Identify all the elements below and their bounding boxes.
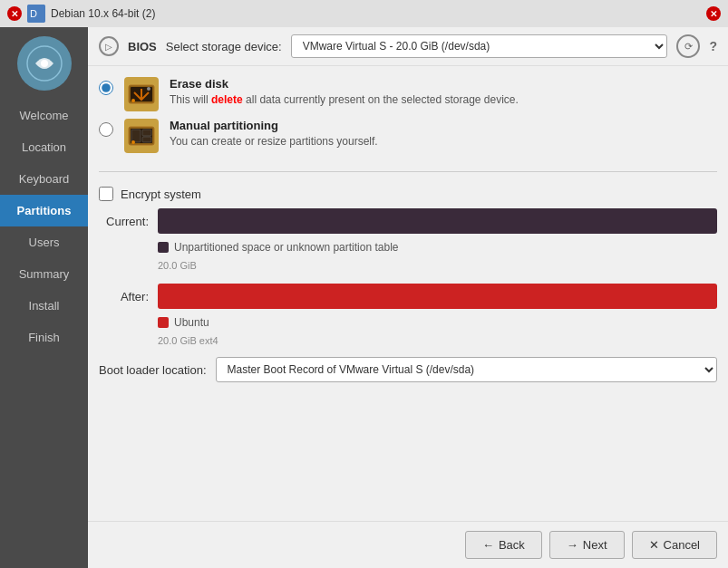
current-label: Current: [99, 215, 149, 228]
erase-disk-icon [124, 77, 159, 111]
after-label: After: [99, 290, 149, 303]
bootloader-select[interactable]: Master Boot Record of VMware Virtual S (… [216, 357, 717, 382]
encrypt-checkbox[interactable] [99, 187, 113, 201]
manual-partition-description: You can create or resize partitions your… [170, 135, 378, 148]
sidebar-item-summary[interactable]: Summary [0, 258, 88, 290]
erase-disk-text: Erase disk This will delete all data cur… [170, 77, 519, 106]
bottom-bar: ← Welcome Back → Next ✕ Cancel [88, 521, 728, 568]
topbar: ▷ BIOS Select storage device: VMware Vir… [88, 27, 728, 66]
close-button-right[interactable]: ✕ [706, 6, 721, 21]
sidebar-item-finish[interactable]: Finish [0, 322, 88, 353]
sidebar-item-install[interactable]: Install [0, 290, 88, 322]
svg-rect-10 [131, 130, 141, 142]
next-button[interactable]: → Next [549, 531, 625, 559]
current-legend: Unpartitioned space or unknown partition… [99, 239, 717, 254]
svg-point-6 [147, 87, 150, 91]
sidebar-item-keyboard[interactable]: Keyboard [0, 163, 88, 195]
window-icon: D [27, 5, 45, 23]
svg-rect-12 [142, 137, 151, 142]
sidebar-item-welcome[interactable]: Welcome [0, 100, 88, 131]
manual-partition-radio[interactable] [99, 122, 113, 137]
after-legend-text: Ubuntu [174, 316, 209, 329]
after-legend-dot [158, 317, 169, 328]
current-legend-text: Unpartitioned space or unknown partition… [174, 241, 399, 254]
svg-text:D: D [30, 8, 37, 19]
sidebar-logo [17, 36, 72, 91]
svg-point-13 [131, 140, 135, 144]
current-legend-size: 20.0 GiB [99, 260, 717, 271]
divider-1 [99, 171, 717, 172]
content-area: ▷ BIOS Select storage device: VMware Vir… [88, 27, 728, 568]
next-arrow-icon: → [567, 538, 578, 552]
erase-disk-title: Erase disk [170, 77, 519, 91]
bios-play-icon: ▷ [99, 36, 119, 56]
erase-disk-radio[interactable] [99, 81, 113, 95]
current-legend-dot [158, 242, 169, 253]
bootloader-row: Boot loader location: Master Boot Record… [88, 346, 728, 390]
after-bar-row: After: [99, 284, 717, 309]
encrypt-row: Encrypt system [88, 179, 728, 208]
manual-partition-option: Manual partitioning You can create or re… [99, 119, 717, 153]
svg-point-7 [131, 99, 135, 102]
cancel-icon: ✕ [649, 538, 659, 552]
back-button[interactable]: ← Welcome Back [465, 531, 542, 559]
back-arrow-icon: ← [482, 538, 494, 552]
after-bar [158, 284, 717, 309]
clock-icon[interactable]: ⟳ [676, 34, 700, 58]
storage-device-select[interactable]: VMware Virtual S - 20.0 GiB (/dev/sda) [291, 34, 668, 58]
manual-partition-title: Manual partitioning [170, 119, 378, 132]
encrypt-label: Encrypt system [121, 188, 201, 201]
main-layout: Welcome Location Keyboard Partitions Use… [0, 27, 728, 568]
sidebar-item-location[interactable]: Location [0, 131, 88, 163]
sidebar-item-users[interactable]: Users [0, 226, 88, 258]
current-bar-row: Current: [99, 208, 717, 234]
sidebar-item-partitions[interactable]: Partitions [0, 195, 88, 226]
svg-rect-11 [142, 130, 151, 136]
bios-label: BIOS [128, 40, 157, 53]
after-legend-size: 20.0 GiB ext4 [99, 335, 717, 346]
sidebar: Welcome Location Keyboard Partitions Use… [0, 27, 88, 568]
storage-label: Select storage device: [166, 40, 282, 53]
current-bar-fill [158, 208, 717, 234]
after-legend: Ubuntu [99, 314, 717, 329]
manual-partition-icon [124, 119, 159, 153]
close-button-left[interactable]: ✕ [7, 6, 22, 21]
delete-text: delete [211, 93, 243, 106]
bootloader-label: Boot loader location: [99, 363, 207, 377]
erase-disk-description: This will delete all data currently pres… [170, 93, 519, 106]
current-bar [158, 208, 717, 234]
svg-point-3 [41, 60, 48, 67]
erase-disk-option: Erase disk This will delete all data cur… [99, 77, 717, 111]
disk-section: Current: Unpartitioned space or unknown … [88, 208, 728, 346]
window-title: Debian 10.x 64-bit (2) [51, 7, 701, 20]
after-bar-fill [158, 284, 717, 309]
help-button[interactable]: ? [709, 39, 717, 53]
manual-partition-text: Manual partitioning You can create or re… [170, 119, 378, 148]
cancel-button[interactable]: ✕ Cancel [632, 531, 717, 559]
titlebar: ✕ D Debian 10.x 64-bit (2) ✕ [0, 0, 728, 27]
options-area: Erase disk This will delete all data cur… [88, 66, 728, 164]
